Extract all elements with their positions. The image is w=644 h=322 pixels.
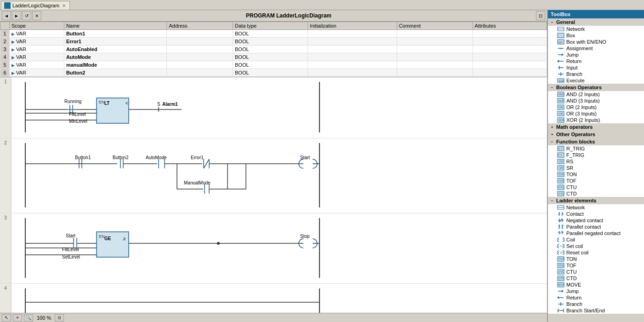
toolbox-item-jump[interactable]: Jump [548,52,644,58]
toolbox-item-ton[interactable]: TONTON [548,171,644,178]
toolbox-item-coil[interactable]: Coil [548,236,644,243]
row-init [308,30,397,38]
row-comment [397,61,473,69]
table-row[interactable]: 6 ▶ VAR Button2 BOOL [0,69,547,77]
toolbar-btn-refresh[interactable]: ↺ [22,11,31,20]
toolbox-section-header-1[interactable]: −Boolean Operators [548,84,644,91]
table-row[interactable]: 4 ▶ VAR AutoMode BOOL [0,53,547,61]
toolbox-item-r_trig[interactable]: R_TR_TRIG [548,145,644,152]
row-address [167,53,233,61]
toolbox-section-header-5[interactable]: −Ladder elements [548,197,644,204]
toolbar-btn-fwd[interactable]: ► [12,11,21,20]
toolbox-item-sr[interactable]: SRSR [548,165,644,171]
svg-text:CTU: CTU [559,186,564,189]
toolbox-item-parallel-contact[interactable]: Parallel contact [548,224,644,230]
toolbox-item-return[interactable]: Return [548,58,644,64]
toolbox-item-or-(3-inputs)[interactable]: OROR (3 Inputs) [548,110,644,117]
toolbox-item-ctu[interactable]: CTUCTU [548,269,644,275]
zoom-fit-btn[interactable]: ⊙ [55,314,64,322]
item-label-1: F_TRIG [566,152,584,158]
svg-line-44 [204,159,209,168]
tab-ladder[interactable]: LadderLogicDiagram ✕ [1,1,70,10]
col-comment: Comment [397,22,473,30]
item-label-9: TOF [566,263,576,268]
svg-text:CTU: CTU [559,270,564,273]
network-content-2: Button1 Button2 [11,138,547,213]
toolbox-item-or-(2-inputs)[interactable]: OROR (2 Inputs) [548,104,644,110]
toolbox-item-execute[interactable]: EXEExecute [548,77,644,84]
toolbox-item-network[interactable]: Network [548,26,644,32]
toolbox-item-box[interactable]: Box [548,32,644,39]
table-row[interactable]: 3 ▶ VAR AutoEnabled BOOL [0,46,547,53]
row-num: 5 [0,61,10,69]
toolbox-item-reset-coil[interactable]: RReset coil [548,249,644,256]
toolbar-btn-close[interactable]: ✕ [32,11,41,20]
row-comment [397,69,473,77]
toolbox-item-and-(2-inputs)[interactable]: ANDAND (2 Inputs) [548,91,644,98]
toolbox-item-rs[interactable]: RSRS [548,158,644,165]
network-icon [557,26,564,32]
toolbox-item-contact[interactable]: Contact [548,211,644,217]
col-address: Address [167,22,233,30]
table-row[interactable]: 1 ▶ VAR Button1 BOOL [0,30,547,38]
collapse-icon: − [550,85,554,90]
toolbox-section-header-2[interactable]: +Math operators [548,123,644,131]
toolbar-btn-back[interactable]: ◄ [2,11,11,20]
zoom-in-btn[interactable]: + [13,314,22,322]
section-items-5: NetworkContactNegated contactParallel co… [548,204,644,314]
svg-text:<: < [125,101,128,106]
svg-text:EXE: EXE [559,80,564,82]
network-1-svg: Running LT < EN [21,82,324,132]
toolbox-item-branch-start/end[interactable]: Branch Start/End [548,307,644,314]
network-content-4 [11,284,547,313]
toolbox-item-and-(3-inputs)[interactable]: ANDAND (3 Inputs) [548,98,644,104]
network-1: 1 Running [0,77,547,138]
expand-icon: + [550,132,554,137]
table-row[interactable]: 2 ▶ VAR Error1 BOOL [0,38,547,46]
toolbar-btn-right[interactable]: ⊡ [536,11,545,20]
diagram-area[interactable]: 1 Running [0,77,547,313]
set-coil-icon: S [557,243,564,249]
toolbox-item-return[interactable]: Return [548,294,644,301]
row-name: Error1 [64,38,167,46]
item-label-3: Assignment [566,46,593,51]
toolbox-item-input[interactable]: Input [548,64,644,71]
toolbox-item-box-with-en/eno[interactable]: ENBox with EN/ENO [548,39,644,45]
zoom-out-btn[interactable]: 🔍 [24,314,33,322]
col-init: Initialization [308,22,397,30]
toolbox-item-set-coil[interactable]: SSet coil [548,243,644,249]
toolbox-item-branch[interactable]: Branch [548,71,644,77]
toolbox-section-header-0[interactable]: −General [548,18,644,26]
toolbox-section-header-4[interactable]: −Function blocks [548,138,644,145]
cursor-btn[interactable]: ↖ [2,314,11,322]
row-comment [397,46,473,53]
branch-icon [557,301,564,307]
toolbox-item-negated-contact[interactable]: Negated contact [548,217,644,224]
toolbox-item-ctd[interactable]: CTDCTD [548,275,644,282]
network-2: 2 Button1 [0,138,547,213]
toolbox-item-ctd[interactable]: CTDCTD [548,190,644,197]
table-row[interactable]: 5 ▶ VAR manualMode BOOL [0,61,547,69]
tab-close-btn[interactable]: ✕ [61,3,67,8]
toolbox-item-ctu[interactable]: CTUCTU [548,184,644,190]
toolbox-content: −GeneralNetworkBoxENBox with EN/ENO:=Ass… [548,18,644,314]
toolbox-section-5: −Ladder elementsNetworkContactNegated co… [548,197,644,314]
toolbox-item-ton[interactable]: TONTON [548,256,644,262]
svg-text:Start: Start [66,233,75,238]
toolbox-item-tof[interactable]: TOFTOF [548,178,644,184]
toolbox-item-branch[interactable]: Branch [548,301,644,307]
toolbox-item-assignment[interactable]: :=Assignment [548,45,644,52]
item-label-8: Execute [566,78,585,83]
toolbox-item-parallel-negated-contact[interactable]: Parallel negated contact [548,230,644,236]
toolbox-section-header-3[interactable]: +Other Operators [548,131,644,138]
toolbox-item-f_trig[interactable]: F_TF_TRIG [548,152,644,158]
item-label-1: Contact [566,211,584,217]
and2-icon: AND [557,92,564,97]
box-en-icon: EN [557,39,564,45]
toolbox-item-move[interactable]: MOVEMOVE [548,282,644,288]
toolbox-item-network[interactable]: Network [548,204,644,211]
toolbox-item-tof[interactable]: TOFTOF [548,262,644,269]
toolbox-item-jump[interactable]: Jump [548,288,644,294]
svg-text:EN: EN [99,234,105,239]
toolbox-item-xor-(2-inputs)[interactable]: XORXOR (2 Inputs) [548,117,644,123]
